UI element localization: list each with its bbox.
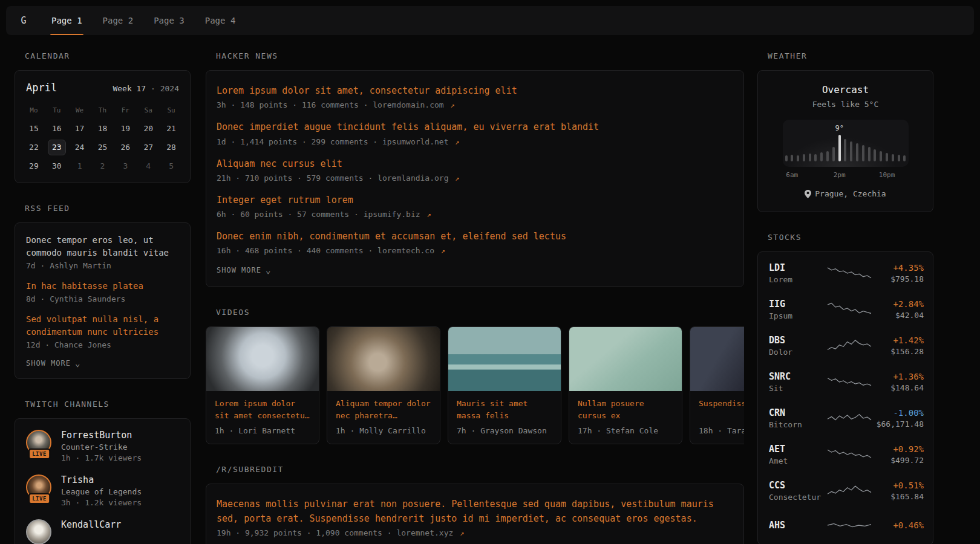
calendar-day[interactable]: 27 xyxy=(137,138,160,157)
calendar-day[interactable]: 20 xyxy=(137,119,160,138)
stock-sparkline xyxy=(827,482,872,500)
channel-avatar: LIVE xyxy=(26,474,53,500)
stock-row[interactable]: CCSConsectetur+0.51%$165.84 xyxy=(758,473,933,509)
rss-item-title[interactable]: Sed volutpat nulla nisl, a condimentum n… xyxy=(26,313,179,338)
calendar-day[interactable]: 1 xyxy=(68,157,91,175)
chevron-down-icon: ⌄ xyxy=(266,268,271,273)
hn-item: Integer eget rutrum lorem6h · 60 points … xyxy=(217,193,733,219)
stock-sparkline xyxy=(827,373,872,391)
calendar-day[interactable]: 21 xyxy=(160,119,183,138)
calendar-day[interactable]: 17 xyxy=(68,119,91,138)
channel-game: Counter-Strike xyxy=(61,442,142,452)
rss-item-title[interactable]: In hac habitasse platea xyxy=(26,280,179,293)
calendar-day[interactable]: 28 xyxy=(160,138,183,157)
stock-row[interactable]: DBSDolor+1.42%$156.28 xyxy=(758,328,933,364)
video-thumbnail[interactable] xyxy=(448,327,561,391)
weather-time-label: 10pm xyxy=(879,171,895,179)
calendar-day[interactable]: 15 xyxy=(22,119,45,138)
calendar-day[interactable]: 3 xyxy=(114,157,137,175)
video-title[interactable]: Lorem ipsum dolor sit amet consectetu… xyxy=(215,398,310,421)
hn-item-title[interactable]: Aliquam nec cursus elit xyxy=(217,157,733,171)
external-link-icon[interactable]: ↗ xyxy=(441,247,445,255)
hn-item-meta: 3h · 148 points · 116 comments · loremdo… xyxy=(217,100,733,109)
calendar-day[interactable]: 26 xyxy=(114,138,137,157)
video-card[interactable]: Suspendisse diam18h · Tara xyxy=(690,326,744,444)
weather-widget: WEATHER Overcast Feels like 5°C 9° 6am2p… xyxy=(757,51,933,212)
video-title[interactable]: Mauris sit amet massa felis xyxy=(457,398,552,421)
channel-name[interactable]: KendallCarr xyxy=(61,519,121,530)
calendar-day-header: Sa xyxy=(137,102,160,119)
subreddit-post: Maecenas mollis pulvinar erat non posuer… xyxy=(217,497,733,537)
external-link-icon[interactable]: ↗ xyxy=(455,174,459,183)
channel-name[interactable]: Trisha xyxy=(61,474,142,485)
tab-page-4[interactable]: Page 4 xyxy=(195,6,246,35)
rss-item-title[interactable]: Donec tempor eros leo, ut commodo mauris… xyxy=(26,234,179,259)
subreddit-post-title[interactable]: Maecenas mollis pulvinar erat non posuer… xyxy=(217,497,733,526)
video-thumbnail[interactable] xyxy=(327,327,440,391)
calendar-day[interactable]: 23 xyxy=(45,138,68,157)
tab-page-1[interactable]: Page 1 xyxy=(41,6,93,35)
rss-item-meta: 12d · Chance Jones xyxy=(26,340,179,349)
twitch-channel[interactable]: KendallCarr xyxy=(26,519,179,544)
weather-bar xyxy=(880,151,882,161)
calendar-day[interactable]: 30 xyxy=(45,157,68,175)
hn-item-title[interactable]: Donec enim nibh, condimentum et accumsan… xyxy=(217,230,733,244)
stock-info: SNRCSit xyxy=(769,371,827,393)
external-link-icon[interactable]: ↗ xyxy=(451,101,455,109)
stock-row[interactable]: LDILorem+4.35%$795.18 xyxy=(758,255,933,291)
video-thumbnail[interactable] xyxy=(206,327,319,391)
stock-row[interactable]: AHS+0.46% xyxy=(758,509,933,542)
video-card[interactable]: Mauris sit amet massa felis7h · Grayson … xyxy=(448,326,561,444)
weather-bar xyxy=(862,145,864,161)
location-pin-icon xyxy=(805,190,811,198)
channel-name[interactable]: ForrestBurton xyxy=(61,430,142,441)
video-title[interactable]: Nullam posuere cursus ex xyxy=(578,398,673,421)
main-content: CALENDAR April Week 17 · 2024 MoTuWeThFr… xyxy=(0,35,980,544)
calendar-day-header: Tu xyxy=(45,102,68,119)
video-thumbnail[interactable] xyxy=(690,327,744,391)
twitch-channel[interactable]: LIVEForrestBurtonCounter-Strike1h · 1.7k… xyxy=(26,430,179,462)
video-card[interactable]: Nullam posuere cursus ex17h · Stefan Col… xyxy=(569,326,682,444)
calendar-day[interactable]: 22 xyxy=(22,138,45,157)
tab-page-2[interactable]: Page 2 xyxy=(93,6,144,35)
calendar-day[interactable]: 2 xyxy=(91,157,114,175)
stock-values: +1.36%$148.64 xyxy=(872,372,924,392)
weather-location-row: Prague, Czechia xyxy=(770,189,921,198)
hn-item-title[interactable]: Integer eget rutrum lorem xyxy=(217,193,733,207)
external-link-icon[interactable]: ↗ xyxy=(455,138,459,146)
stock-row[interactable]: AETAmet+0.92%$499.72 xyxy=(758,436,933,473)
stock-change: +4.35% xyxy=(872,263,924,273)
hn-item: Aliquam nec cursus elit21h · 710 points … xyxy=(217,157,733,183)
video-title[interactable]: Suspendisse diam xyxy=(699,398,744,421)
calendar-day[interactable]: 25 xyxy=(91,138,114,157)
stock-info: IIGIpsum xyxy=(769,299,827,320)
calendar-day[interactable]: 18 xyxy=(91,119,114,138)
calendar-day[interactable]: 16 xyxy=(45,119,68,138)
calendar-day[interactable]: 4 xyxy=(137,157,160,175)
stock-values: +1.42%$156.28 xyxy=(872,335,924,356)
twitch-card: LIVEForrestBurtonCounter-Strike1h · 1.7k… xyxy=(15,418,191,544)
hackernews-show-more-button[interactable]: SHOW MORE ⌄ xyxy=(217,266,733,274)
twitch-channel[interactable]: LIVETrishaLeague of Legends3h · 1.2k vie… xyxy=(26,474,179,507)
rss-show-more-button[interactable]: SHOW MORE ⌄ xyxy=(26,359,179,368)
video-card[interactable]: Lorem ipsum dolor sit amet consectetu…1h… xyxy=(206,326,319,444)
stock-row[interactable]: CRNBitcorn-1.00%$66,171.48 xyxy=(758,400,933,436)
hn-item-title[interactable]: Lorem ipsum dolor sit amet, consectetur … xyxy=(217,84,733,98)
stock-change: +2.84% xyxy=(872,299,924,309)
app-logo[interactable]: G xyxy=(6,6,41,35)
calendar-day-header: Su xyxy=(160,102,183,119)
calendar-day[interactable]: 29 xyxy=(22,157,45,175)
calendar-day[interactable]: 24 xyxy=(68,138,91,157)
tab-page-3[interactable]: Page 3 xyxy=(143,6,195,35)
external-link-icon[interactable]: ↗ xyxy=(460,529,464,537)
weather-bar xyxy=(886,153,888,161)
stock-row[interactable]: SNRCSit+1.36%$148.64 xyxy=(758,364,933,400)
stock-row[interactable]: IIGIpsum+2.84%$42.04 xyxy=(758,291,933,328)
hn-item-title[interactable]: Donec imperdiet augue tincidunt felis al… xyxy=(217,120,733,134)
external-link-icon[interactable]: ↗ xyxy=(426,210,431,219)
video-thumbnail[interactable] xyxy=(569,327,682,391)
calendar-day[interactable]: 5 xyxy=(160,157,183,175)
video-card[interactable]: Aliquam tempor dolor nec pharetra…1h · M… xyxy=(327,326,440,444)
video-title[interactable]: Aliquam tempor dolor nec pharetra… xyxy=(336,398,431,421)
calendar-day[interactable]: 19 xyxy=(114,119,137,138)
